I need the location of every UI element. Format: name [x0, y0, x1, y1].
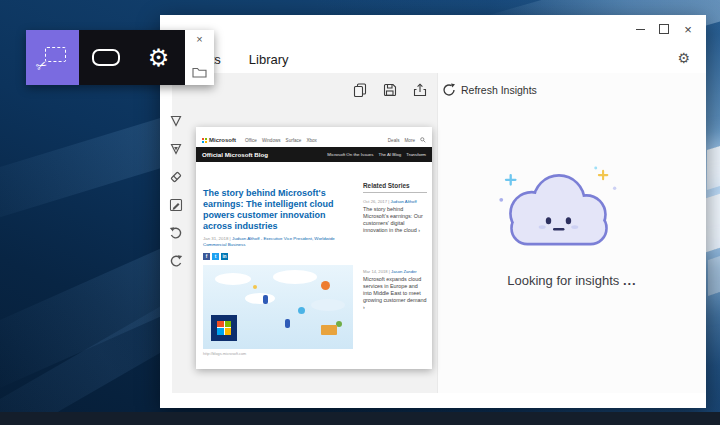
social-icons: f t in — [203, 253, 355, 260]
window-logo-pane — [707, 146, 720, 190]
undo-icon — [169, 226, 183, 240]
window-logo-pane — [706, 194, 720, 253]
minimize-icon — [636, 29, 645, 30]
window-logo-pane — [708, 256, 720, 296]
content-area: Looking for insights ... — [160, 73, 706, 393]
refresh-insights-button[interactable]: Refresh Insights — [442, 83, 537, 97]
cloud-illustration — [496, 165, 622, 265]
capture-mode-icon — [92, 49, 120, 66]
share-button[interactable] — [412, 82, 428, 98]
related-stories-header: Related Stories — [363, 182, 427, 193]
save-icon — [383, 83, 397, 97]
redo-button[interactable] — [167, 253, 185, 268]
nav-item: Xbox — [306, 138, 316, 143]
twitter-icon: t — [212, 253, 219, 260]
copy-button[interactable] — [352, 82, 368, 98]
new-snip-button[interactable]: ✂ — [26, 30, 79, 85]
nav-item: Office — [245, 138, 257, 143]
marker-tool-button[interactable] — [167, 141, 185, 156]
window-controls: × — [628, 20, 700, 38]
marker-nib-icon — [169, 142, 183, 156]
snip-region-icon: ✂ — [39, 47, 66, 68]
article-url: http://blogs.microsoft.com — [203, 352, 355, 356]
capture-mode-button[interactable] — [79, 30, 132, 85]
tray-settings-button[interactable]: ⚙ — [132, 30, 185, 85]
related-stories: Related Stories Oct 26, 2017 | Judson Al… — [355, 162, 427, 356]
annotate-tool-button[interactable] — [167, 197, 185, 212]
save-button[interactable] — [382, 82, 398, 98]
tray-side-panel: × — [185, 30, 214, 85]
pen-nib-icon — [169, 114, 183, 128]
gear-icon: ⚙ — [677, 50, 690, 66]
microsoft-logo-icon — [202, 138, 207, 143]
blog-title: Official Microsoft Blog — [202, 151, 327, 158]
tray-close-button[interactable]: × — [196, 34, 202, 45]
undo-button[interactable] — [167, 225, 185, 240]
snip-blog-bar: Official Microsoft Blog Microsoft On the… — [196, 147, 432, 162]
facebook-icon: f — [203, 253, 210, 260]
copy-icon — [353, 83, 367, 97]
refresh-label: Refresh Insights — [461, 84, 537, 96]
app-settings-button[interactable]: ⚙ — [677, 51, 690, 65]
open-folder-button[interactable] — [192, 66, 207, 81]
related-story: Oct 26, 2017 | Judson Althoff The story … — [363, 199, 427, 235]
nav-item: More — [405, 138, 415, 143]
share-icon — [413, 83, 427, 97]
close-window-button[interactable]: × — [676, 20, 700, 38]
gear-icon: ⚙ — [148, 46, 170, 70]
article-headline: The story behind Microsoft's earnings: T… — [203, 188, 355, 232]
eraser-icon — [169, 170, 183, 184]
insights-pane: Looking for insights ... — [437, 73, 706, 393]
captured-snip-image[interactable]: Microsoft Office Windows Surface Xbox De… — [196, 127, 432, 369]
pen-tool-button[interactable] — [167, 113, 185, 128]
linkedin-icon: in — [221, 253, 228, 260]
blog-link: Microsoft On the Issues — [327, 152, 373, 157]
capture-toolbar: ✂ ⚙ × — [26, 30, 214, 85]
taskbar[interactable] — [0, 412, 720, 425]
article-byline: Jan 31, 2018 | Judson Althoff - Executiv… — [203, 236, 355, 249]
blog-link: The AI Blog — [378, 152, 401, 157]
redo-icon — [169, 254, 183, 268]
nav-item: Windows — [262, 138, 281, 143]
snip-actions-toolbar: Refresh Insights — [352, 82, 537, 98]
related-story: Mar 14, 2018 | Jason Zander Microsoft ex… — [363, 269, 427, 312]
refresh-icon — [442, 83, 456, 97]
search-icon — [420, 137, 426, 143]
microsoft-logo-tile — [211, 315, 237, 341]
snip-article: The story behind Microsoft's earnings: T… — [203, 162, 355, 356]
nav-item: Surface — [286, 138, 302, 143]
blog-link: Transform — [406, 152, 426, 157]
snip-insights-window: × Insights Library ⚙ — [160, 15, 706, 408]
edit-pen-icon — [169, 198, 183, 212]
insights-status-text: Looking for insights ... — [438, 273, 706, 288]
snip-site-nav: Microsoft Office Windows Surface Xbox De… — [196, 133, 432, 147]
tab-library[interactable]: Library — [249, 53, 289, 66]
microsoft-brand: Microsoft — [202, 137, 236, 143]
eraser-tool-button[interactable] — [167, 169, 185, 184]
maximize-icon — [659, 24, 669, 34]
article-illustration — [203, 265, 353, 349]
minimize-button[interactable] — [628, 20, 652, 38]
maximize-button[interactable] — [652, 20, 676, 38]
folder-icon — [192, 66, 207, 78]
nav-item: Deals — [388, 138, 400, 143]
annotation-tool-rail — [167, 113, 185, 268]
